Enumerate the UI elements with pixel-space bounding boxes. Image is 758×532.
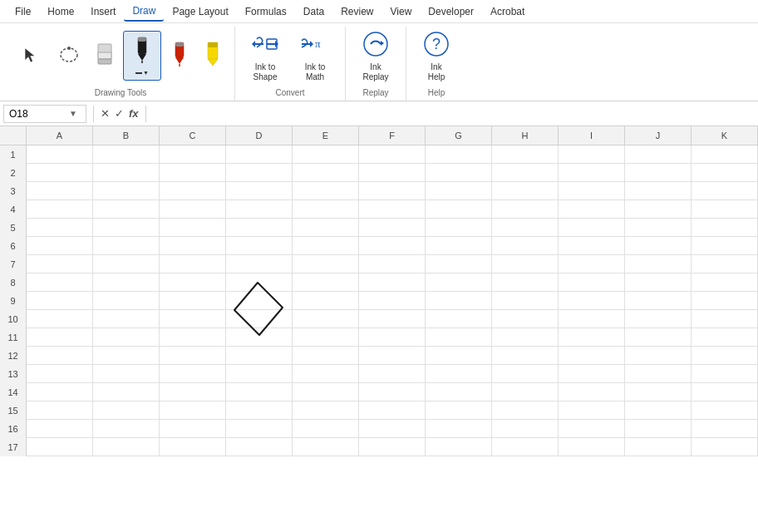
- cell-A6[interactable]: [27, 237, 93, 255]
- cell-B1[interactable]: [93, 145, 160, 164]
- cell-ref-dropdown-arrow[interactable]: ▼: [67, 109, 79, 118]
- cell-B4[interactable]: [93, 200, 160, 219]
- cell-H16[interactable]: [492, 420, 559, 438]
- cell-H2[interactable]: [492, 164, 559, 182]
- cell-E14[interactable]: [293, 383, 359, 401]
- cell-B6[interactable]: [93, 237, 160, 255]
- cell-G1[interactable]: [426, 145, 492, 164]
- row-header-2[interactable]: 2: [0, 164, 27, 182]
- cell-E13[interactable]: [293, 365, 359, 383]
- cell-B11[interactable]: [93, 328, 160, 347]
- formula-fx-icon[interactable]: fx: [129, 107, 139, 120]
- row-header-8[interactable]: 8: [0, 273, 27, 292]
- cell-D13[interactable]: [226, 365, 293, 383]
- cell-G11[interactable]: [426, 328, 492, 347]
- cell-B12[interactable]: [93, 347, 160, 365]
- cell-J3[interactable]: [625, 182, 692, 200]
- menu-home[interactable]: Home: [39, 2, 82, 21]
- cell-G16[interactable]: [426, 420, 492, 438]
- cell-K12[interactable]: [692, 347, 758, 365]
- cell-A10[interactable]: [27, 310, 93, 328]
- cell-J4[interactable]: [625, 200, 692, 219]
- cell-F6[interactable]: [359, 237, 426, 255]
- cell-H1[interactable]: [492, 145, 559, 164]
- row-header-10[interactable]: 10: [0, 310, 27, 328]
- cell-A9[interactable]: [27, 292, 93, 310]
- cell-A15[interactable]: [27, 401, 93, 420]
- cell-I10[interactable]: [559, 310, 625, 328]
- cell-C12[interactable]: [160, 347, 226, 365]
- ink-to-math-button[interactable]: π Ink toMath: [292, 27, 338, 85]
- formula-confirm-icon[interactable]: ✓: [115, 107, 124, 120]
- cell-K14[interactable]: [692, 383, 758, 401]
- cell-K8[interactable]: [692, 273, 758, 292]
- row-header-1[interactable]: 1: [0, 145, 27, 164]
- cell-K2[interactable]: [692, 164, 758, 182]
- cell-I17[interactable]: [559, 438, 625, 456]
- cell-K7[interactable]: [692, 255, 758, 273]
- cell-D16[interactable]: [226, 420, 293, 438]
- cell-A8[interactable]: [27, 273, 93, 292]
- cell-K16[interactable]: [692, 420, 758, 438]
- col-header-B[interactable]: B: [93, 126, 160, 145]
- cell-G10[interactable]: [426, 310, 492, 328]
- col-header-F[interactable]: F: [359, 126, 426, 145]
- cell-A11[interactable]: [27, 328, 93, 347]
- cell-I8[interactable]: [559, 273, 625, 292]
- col-header-G[interactable]: G: [426, 126, 492, 145]
- col-header-J[interactable]: J: [625, 126, 692, 145]
- cell-K3[interactable]: [692, 182, 758, 200]
- cell-E10[interactable]: [293, 310, 359, 328]
- cell-D17[interactable]: [226, 438, 293, 456]
- cell-D10[interactable]: [226, 310, 293, 328]
- cell-F5[interactable]: [359, 219, 426, 237]
- formula-cancel-icon[interactable]: ✕: [101, 107, 110, 120]
- cell-C9[interactable]: [160, 292, 226, 310]
- cell-F15[interactable]: [359, 401, 426, 420]
- cell-B5[interactable]: [93, 219, 160, 237]
- cell-B2[interactable]: [93, 164, 160, 182]
- cell-D11[interactable]: [226, 328, 293, 347]
- cell-F10[interactable]: [359, 310, 426, 328]
- cell-J14[interactable]: [625, 383, 692, 401]
- row-header-17[interactable]: 17: [0, 438, 27, 456]
- cell-C6[interactable]: [160, 237, 226, 255]
- row-header-3[interactable]: 3: [0, 182, 27, 200]
- cell-H10[interactable]: [492, 310, 559, 328]
- menu-page-layout[interactable]: Page Layout: [164, 2, 236, 21]
- row-header-15[interactable]: 15: [0, 401, 27, 420]
- cell-J10[interactable]: [625, 310, 692, 328]
- cell-K13[interactable]: [692, 365, 758, 383]
- cell-G12[interactable]: [426, 347, 492, 365]
- row-header-14[interactable]: 14: [0, 383, 27, 401]
- cell-F14[interactable]: [359, 383, 426, 401]
- cell-I7[interactable]: [559, 255, 625, 273]
- cell-B3[interactable]: [93, 182, 160, 200]
- cell-G3[interactable]: [426, 182, 492, 200]
- red-pen-tool-button[interactable]: [165, 31, 194, 81]
- cell-H14[interactable]: [492, 383, 559, 401]
- cell-A5[interactable]: [27, 219, 93, 237]
- cell-I1[interactable]: [559, 145, 625, 164]
- formula-input[interactable]: [150, 105, 755, 123]
- menu-data[interactable]: Data: [295, 2, 332, 21]
- cell-D9[interactable]: [226, 292, 293, 310]
- row-header-13[interactable]: 13: [0, 365, 27, 383]
- cell-B14[interactable]: [93, 383, 160, 401]
- cell-I9[interactable]: [559, 292, 625, 310]
- cell-I15[interactable]: [559, 401, 625, 420]
- cell-K4[interactable]: [692, 200, 758, 219]
- cell-C8[interactable]: [160, 273, 226, 292]
- menu-insert[interactable]: Insert: [82, 2, 124, 21]
- row-header-11[interactable]: 11: [0, 328, 27, 347]
- cell-F9[interactable]: [359, 292, 426, 310]
- cell-G9[interactable]: [426, 292, 492, 310]
- cell-K15[interactable]: [692, 401, 758, 420]
- cell-reference-box[interactable]: ▼: [3, 105, 86, 123]
- row-header-12[interactable]: 12: [0, 347, 27, 365]
- cell-C10[interactable]: [160, 310, 226, 328]
- cell-E7[interactable]: [293, 255, 359, 273]
- cell-D5[interactable]: [226, 219, 293, 237]
- cell-G8[interactable]: [426, 273, 492, 292]
- cell-K9[interactable]: [692, 292, 758, 310]
